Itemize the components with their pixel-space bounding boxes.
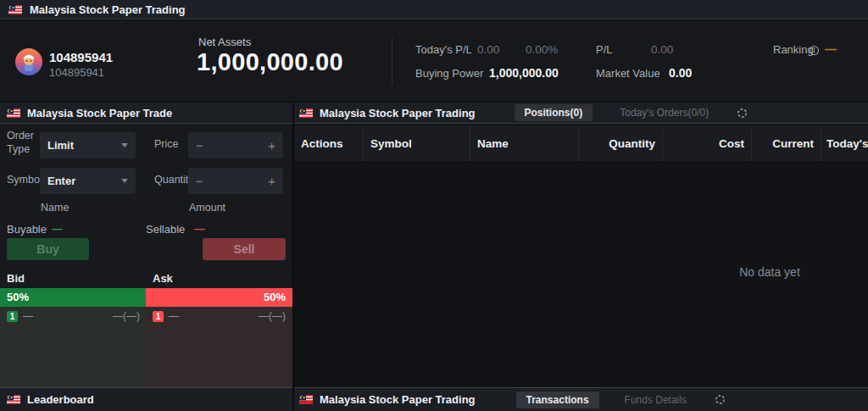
positions-panel-title: Malaysia Stock Paper Trading — [320, 107, 476, 119]
sellable-label: Sellable — [146, 223, 185, 236]
ask-percent-bar: 50% — [146, 288, 292, 307]
funds-panel: Malaysia Stock Paper Trading Transaction… — [294, 387, 868, 411]
buying-power-label: Buying Power — [415, 67, 483, 80]
buying-power-value: 1,000,000.00 — [489, 66, 559, 80]
bid-level-badge: 1 — [7, 311, 18, 322]
amount-label: Amount — [189, 201, 225, 214]
quantity-stepper[interactable]: − + — [188, 168, 283, 194]
tab-transactions[interactable]: Transactions — [516, 392, 599, 408]
pl-label: P/L — [596, 43, 613, 56]
quantity-label: Quantity — [154, 173, 190, 186]
ranking-label: Ranking — [773, 43, 814, 56]
column-cost: Cost — [663, 125, 752, 161]
app-title: Malaysia Stock Paper Trading — [30, 3, 186, 16]
ranking-value: — — [825, 42, 837, 56]
positions-table-header: Actions Symbol Name Quantity Cost Curren… — [294, 125, 868, 161]
ask-price: — — [169, 310, 179, 322]
top-bar: Malaysia Stock Paper Trading — [0, 0, 868, 19]
refresh-icon[interactable] — [715, 394, 726, 405]
symbol-select[interactable]: Enter — [40, 168, 136, 194]
column-current: Current — [752, 125, 821, 161]
column-todays: Today's — [821, 125, 868, 161]
buy-button[interactable]: Buy — [7, 238, 89, 260]
ask-volume: —(—) — [231, 310, 286, 322]
positions-panel: Malaysia Stock Paper Trading Positions(0… — [294, 103, 868, 387]
trade-panel-title: Malaysia Stock Paper Trade — [27, 107, 172, 119]
column-quantity: Quantity — [579, 125, 663, 161]
header-divider — [392, 37, 392, 85]
symbol-label: Symbol — [7, 173, 42, 186]
tab-funds-details[interactable]: Funds Details — [625, 394, 687, 406]
price-increase-button[interactable]: + — [268, 139, 275, 152]
market-value-label: Market Value — [596, 67, 660, 80]
bid-percent-bar: 50% — [0, 288, 146, 307]
price-stepper[interactable]: − + — [188, 132, 283, 158]
buyable-label: Buyable — [7, 223, 47, 236]
trade-panel: Malaysia Stock Paper Trade Order Type Li… — [0, 103, 292, 387]
info-icon[interactable] — [809, 45, 820, 56]
price-decrease-button[interactable]: − — [196, 139, 203, 152]
chevron-down-icon — [121, 143, 128, 147]
sellable-value: — — [194, 222, 205, 236]
net-assets-label: Net Assets — [198, 36, 251, 48]
positions-panel-header: Malaysia Stock Paper Trading Positions(0… — [294, 103, 868, 124]
ask-label: Ask — [153, 272, 173, 285]
price-label: Price — [154, 137, 178, 151]
leaderboard-panel: Leaderboard — [0, 387, 292, 411]
net-assets-value: 1,000,000.00 — [197, 48, 343, 76]
bid-volume: —(—) — [85, 310, 140, 322]
tab-todays-orders[interactable]: Today's Orders(0/0) — [620, 107, 709, 119]
todays-pl-percent: 0.00% — [526, 43, 558, 56]
column-name: Name — [470, 125, 579, 161]
bid-label: Bid — [7, 272, 25, 285]
order-type-value: Limit — [47, 139, 74, 152]
sell-button[interactable]: Sell — [203, 238, 286, 260]
user-id: 104895941 — [49, 50, 113, 64]
bid-price: — — [23, 310, 33, 322]
malaysia-flag-icon — [7, 395, 20, 404]
chevron-down-icon — [121, 179, 128, 183]
todays-pl-value: 0.00 — [477, 43, 499, 56]
user-avatar — [15, 48, 42, 75]
column-symbol: Symbol — [364, 125, 470, 161]
symbol-value: Enter — [47, 175, 75, 187]
order-type-select[interactable]: Limit — [40, 132, 136, 158]
leaderboard-title: Leaderboard — [27, 393, 94, 406]
app-root: Malaysia Stock Paper Trading 104895941 1… — [0, 0, 868, 411]
buyable-value: — — [52, 222, 63, 236]
malaysia-flag-icon — [7, 108, 20, 118]
market-value-value: 0.00 — [669, 66, 692, 80]
todays-pl-label: Today's P/L — [415, 43, 472, 56]
pl-value: 0.00 — [651, 43, 673, 56]
column-actions: Actions — [294, 125, 364, 161]
name-label: Name — [41, 201, 69, 214]
quantity-increase-button[interactable]: + — [268, 175, 275, 187]
tab-positions[interactable]: Positions(0) — [515, 104, 593, 121]
ask-level-badge: 1 — [153, 311, 164, 322]
account-summary: 104895941 104895941 Net Assets 1,000,000… — [0, 20, 868, 102]
user-handle: 104895941 — [49, 66, 104, 79]
quantity-decrease-button[interactable]: − — [196, 175, 203, 187]
order-type-label: Order Type — [7, 129, 41, 156]
orderbook-divider — [0, 269, 292, 269]
refresh-icon[interactable] — [737, 108, 748, 119]
malaysia-flag-icon — [8, 5, 22, 14]
trade-panel-header: Malaysia Stock Paper Trade — [0, 103, 292, 124]
funds-panel-title: Malaysia Stock Paper Trading — [320, 393, 476, 406]
empty-state-message: No data yet — [718, 265, 821, 279]
malaysia-flag-icon — [299, 108, 313, 118]
malaysia-flag-icon — [299, 395, 313, 404]
